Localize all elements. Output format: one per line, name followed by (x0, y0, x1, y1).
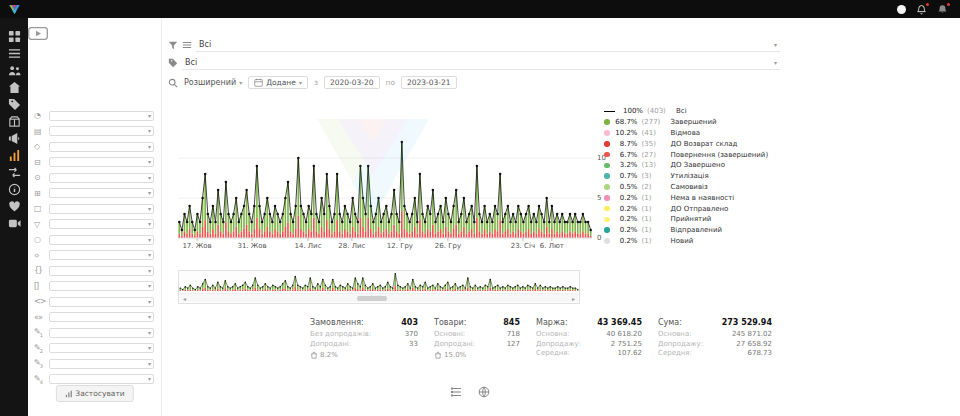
source-filter-row: Всі ▾ (168, 56, 780, 70)
analytics-icon[interactable] (8, 149, 21, 162)
legend-item[interactable]: 0.2%(1)Відправлений (604, 225, 804, 236)
legend-swatch (604, 195, 610, 201)
alerts-bell-icon[interactable] (937, 4, 948, 15)
legend-item[interactable]: 10.2%(41)Відмова (604, 128, 804, 139)
apply-button-label: Застосувати (75, 389, 124, 398)
stat-row-value: 370 (405, 330, 418, 340)
stat-title: Товари: (434, 318, 466, 327)
info-icon[interactable] (8, 183, 21, 196)
filter-select[interactable]: ▾ (49, 157, 154, 167)
video-icon[interactable] (8, 217, 21, 230)
date-from-input[interactable]: 2020-03-20 (324, 76, 380, 89)
tag-brackets-icon: <> (34, 297, 49, 306)
stat-value: 273 529.94 (722, 318, 772, 327)
filter-select[interactable]: ▾ (49, 126, 154, 136)
legend-item[interactable]: 100%(403)Всі (604, 106, 804, 117)
legend-count: (403) (647, 107, 672, 115)
funnel-icon: ▽ (34, 220, 49, 229)
apply-button[interactable]: Застосувати (55, 385, 133, 402)
filter-select[interactable]: ▾ (49, 374, 154, 384)
filter-select[interactable]: ▾ (49, 250, 154, 260)
legend-swatch (604, 173, 610, 179)
scroll-track[interactable] (189, 295, 569, 302)
upsell-badge: 8.2% (310, 351, 418, 359)
list-icon (182, 40, 192, 50)
filter-select[interactable]: ▾ (49, 235, 154, 245)
status-filter-select[interactable]: Всі ▾ (196, 38, 780, 52)
filter-select[interactable]: ▾ (49, 359, 154, 369)
filter-select[interactable]: ▾ (49, 281, 154, 291)
clients-icon[interactable] (8, 64, 21, 77)
chevron-down-icon: ▾ (774, 60, 777, 66)
app-logo[interactable] (8, 3, 21, 16)
y-tick-label: 5 (597, 194, 601, 202)
x-tick-label: 31. Жов (237, 242, 266, 250)
legend-item[interactable]: 0.2%(1)Прийнятий (604, 214, 804, 225)
navigator-chart (179, 272, 579, 292)
scroll-right-icon[interactable]: ▸ (569, 294, 578, 303)
globe-icon[interactable] (478, 386, 490, 398)
stat-value: 43 369.45 (597, 318, 642, 327)
pie-chart-icon: ◔ (34, 111, 49, 120)
legend-item[interactable]: 0.2%(1)ДО Отправлено (604, 203, 804, 214)
date-field-select[interactable]: Додане ▾ (248, 76, 308, 89)
filter-select[interactable]: ▾ (49, 188, 154, 198)
bell-icon[interactable] (916, 4, 927, 15)
store-icon[interactable] (8, 81, 21, 94)
legend-item[interactable]: 0.5%(2)Самовивіз (604, 182, 804, 193)
table-view-icon[interactable] (450, 386, 462, 398)
legend-item[interactable]: 0.7%(3)Утилізація (604, 171, 804, 182)
products-icon[interactable] (8, 115, 21, 128)
filter-select[interactable]: ▾ (49, 111, 154, 121)
filter-select[interactable]: ▾ (49, 173, 154, 183)
filter-select[interactable]: ▾ (49, 328, 154, 338)
filter-select[interactable]: ▾ (49, 343, 154, 353)
stat-row-label: Допродажу: (658, 340, 703, 350)
main-chart[interactable] (178, 98, 592, 244)
source-filter-select[interactable]: Всі ▾ (182, 56, 780, 70)
stat-row-label: Допродані: (310, 340, 351, 350)
legend-label: Прийнятий (671, 215, 712, 223)
legend-item[interactable]: 0.2%(1)Нема в наявності (604, 192, 804, 203)
legend-item[interactable]: 3.2%(13)ДО Завершено (604, 160, 804, 171)
grid-icon: ⊞ (34, 189, 49, 198)
users-icon: ⊟ (34, 158, 49, 167)
angle-brackets-icon: ‹› (34, 251, 49, 260)
marketing-icon[interactable] (8, 132, 21, 145)
date-to-input[interactable]: 2023-03-21 (401, 76, 457, 89)
legend-item[interactable]: 6.7%(27)Повернення (завершений) (604, 149, 804, 160)
stat-title-row: Маржа:43 369.45 (536, 318, 642, 327)
search-mode-select[interactable]: Розширений ▾ (184, 78, 242, 87)
scroll-thumb[interactable] (357, 296, 387, 301)
legend-label: Нема в наявності (671, 194, 735, 202)
filter-select[interactable]: ▾ (49, 142, 154, 152)
video-tutorial-icon[interactable] (28, 27, 161, 40)
search-row: Розширений ▾ Додане ▾ з 2020-03-20 по 20… (168, 76, 457, 89)
scroll-left-icon[interactable]: ◂ (180, 294, 189, 303)
search-icon[interactable] (168, 78, 178, 88)
status-filter-row: Всі ▾ (168, 38, 780, 52)
bag-icon (310, 351, 318, 359)
orders-icon[interactable] (8, 47, 21, 60)
chart-navigator[interactable]: ◂ ▸ (178, 270, 580, 304)
dashboard-icon[interactable] (8, 30, 21, 43)
stat-column: Товари:845Основні:718Допродані:12715.0% (434, 318, 520, 359)
user-avatar-icon[interactable] (897, 5, 906, 14)
chevron-down-icon: ▾ (239, 80, 242, 86)
filter-select[interactable]: ▾ (49, 266, 154, 276)
partners-icon[interactable] (8, 200, 21, 213)
filter-select[interactable]: ▾ (49, 312, 154, 322)
filter-select[interactable]: ▾ (49, 219, 154, 229)
filter-select[interactable]: ▾ (49, 297, 154, 307)
stat-title-row: Замовлення:403 (310, 318, 418, 327)
filter-row: ⊞▾ (28, 186, 161, 202)
filter-row: ⊙▾ (28, 170, 161, 186)
source-filter-value: Всі (185, 58, 197, 67)
legend-item[interactable]: 68.7%(277)Завершений (604, 117, 804, 128)
legend-item[interactable]: 0.2%(1)Новий (604, 236, 804, 247)
navigator-scrollbar[interactable]: ◂ ▸ (180, 293, 578, 302)
filter-select[interactable]: ▾ (49, 204, 154, 214)
integrations-icon[interactable] (8, 166, 21, 179)
legend-item[interactable]: 8.7%(35)ДО Возврат склад (604, 138, 804, 149)
tags-icon[interactable] (8, 98, 21, 111)
